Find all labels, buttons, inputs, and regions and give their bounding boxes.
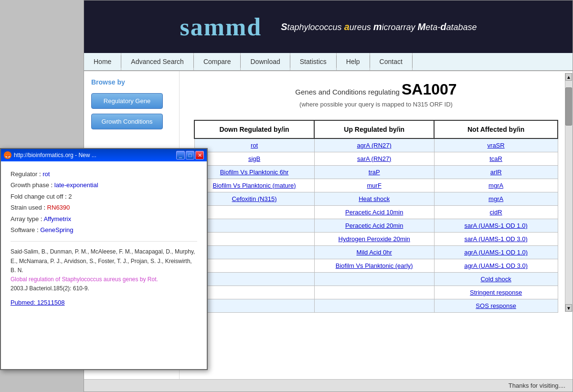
popup-titlebar: 🦊 http://bioinformatics.org - New ... _ … bbox=[1, 149, 207, 161]
footer: Thanks for visiting.... bbox=[84, 379, 573, 392]
array-row: Array type : Affymetrix bbox=[11, 213, 197, 224]
footer-text: Thanks for visiting.... bbox=[509, 382, 565, 389]
growth-conditions-button[interactable]: Growth Conditions bbox=[91, 114, 163, 129]
header-not-affected: Not Affected by/in bbox=[434, 120, 558, 138]
popup-title-text: http://bioinformatics.org - New ... bbox=[14, 152, 96, 159]
fold-row: Fold change cut off : 2 bbox=[11, 191, 197, 202]
popup-favicon: 🦊 bbox=[4, 151, 11, 159]
citation-title: Global regulation of Staphylococcus aure… bbox=[11, 276, 158, 283]
scrollbar-thumb[interactable] bbox=[565, 87, 572, 126]
nav-advanced-search[interactable]: Advanced Search bbox=[121, 53, 194, 70]
growth-value: late-exponential bbox=[54, 181, 98, 189]
regulator-value: rot bbox=[42, 170, 50, 178]
popup-content: Regulator : rot Growth phase : late-expo… bbox=[1, 161, 207, 316]
page-subtitle: (where possible your query is mapped to … bbox=[194, 101, 558, 108]
growth-row: Growth phase : late-exponential bbox=[11, 180, 197, 191]
nav-compare[interactable]: Compare bbox=[194, 53, 241, 70]
popup-close[interactable]: ✕ bbox=[195, 151, 204, 159]
regulator-row: Regulator : rot bbox=[11, 169, 197, 180]
growth-label: Growth phase bbox=[11, 181, 49, 189]
regulation-table: Down Regulated by/in Up Regulated by/in … bbox=[194, 120, 558, 313]
nav-help[interactable]: Help bbox=[337, 53, 370, 70]
regulator-label: Regulator bbox=[11, 170, 37, 178]
popup-citation: Said-Salim, B., Dunman, P. M., McAleese,… bbox=[11, 247, 197, 293]
software-value: GeneSpring bbox=[40, 226, 73, 233]
citation-journal: 2003.J Bacteriol.185(2): 610-9. bbox=[11, 285, 89, 292]
page-title: Genes and Conditions regulating SA1007 bbox=[194, 81, 558, 98]
scrollbar-up[interactable]: ▲ bbox=[565, 73, 572, 81]
site-header: sammd Staphylococcus aureus microarray M… bbox=[84, 0, 573, 53]
nav-home[interactable]: Home bbox=[84, 53, 121, 70]
regulatory-gene-button[interactable]: Regulatory Gene bbox=[91, 93, 163, 109]
header-down-regulated: Down Regulated by/in bbox=[194, 120, 314, 138]
array-label: Array type bbox=[11, 215, 39, 222]
gene-id: SA1007 bbox=[402, 81, 457, 98]
popup-divider bbox=[11, 241, 197, 242]
software-label: Software bbox=[11, 226, 35, 233]
scrollbar[interactable]: ▲ ▼ bbox=[565, 73, 573, 312]
site-subtitle: Staphylococcus aureus microarray Meta-da… bbox=[281, 21, 477, 32]
title-prefix: Genes and Conditions regulating bbox=[295, 88, 399, 96]
navigation: Home Advanced Search Compare Download St… bbox=[84, 53, 573, 71]
pubmed-link[interactable]: Pubmed: 12511508 bbox=[11, 297, 197, 308]
popup-controls: _ □ ✕ bbox=[176, 151, 204, 159]
software-row: Software : GeneSpring bbox=[11, 224, 197, 235]
fold-value: 2 bbox=[68, 193, 72, 200]
popup-window: 🦊 http://bioinformatics.org - New ... _ … bbox=[0, 148, 208, 370]
array-value: Affymetrix bbox=[43, 215, 71, 222]
header-up-regulated: Up Regulated by/in bbox=[314, 120, 434, 138]
popup-title-left: 🦊 http://bioinformatics.org - New ... bbox=[4, 151, 96, 159]
scrollbar-down[interactable]: ▼ bbox=[565, 304, 572, 312]
popup-restore[interactable]: □ bbox=[186, 151, 194, 159]
strain-label: Strain used bbox=[11, 204, 42, 211]
nav-contact[interactable]: Contact bbox=[370, 53, 413, 70]
citation-authors: Said-Salim, B., Dunman, P. M., McAleese,… bbox=[11, 248, 195, 273]
strain-value: RN6390 bbox=[47, 204, 70, 211]
browse-by-label: Browse by bbox=[91, 78, 172, 86]
fold-label: Fold change cut off bbox=[11, 193, 63, 200]
strain-row: Strain used : RN6390 bbox=[11, 202, 197, 213]
nav-download[interactable]: Download bbox=[241, 53, 290, 70]
content-area: Genes and Conditions regulating SA1007 (… bbox=[180, 71, 573, 391]
site-logo: sammd bbox=[180, 13, 262, 41]
popup-minimize[interactable]: _ bbox=[176, 151, 185, 159]
nav-statistics[interactable]: Statistics bbox=[290, 53, 337, 70]
